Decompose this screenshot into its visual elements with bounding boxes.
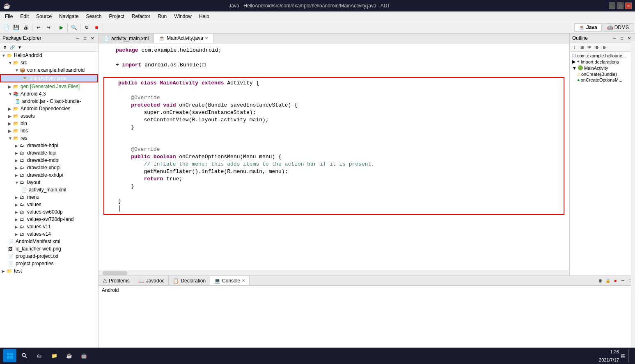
menu-source[interactable]: Source <box>33 13 55 20</box>
tree-item-drawable-ldpi[interactable]: ▶ 🗂 drawable-ldpi <box>0 149 98 157</box>
outline-item-package[interactable]: ⬡ com.example.helloanc... <box>571 52 634 59</box>
menu-project[interactable]: Project <box>105 13 127 20</box>
menu-refactor[interactable]: Refactor <box>128 13 154 20</box>
tree-item-bin[interactable]: ▶ 📂 bin <box>0 120 98 127</box>
maximize-panel-button[interactable]: □ <box>82 35 88 41</box>
tree-item-drawable-hdpi[interactable]: ▶ 🗂 drawable-hdpi <box>0 142 98 149</box>
txt-icon: 📄 <box>8 254 15 259</box>
refresh-button[interactable]: ↻ <box>82 23 91 32</box>
tree-item-drawable-mdpi[interactable]: ▶ 🗂 drawable-mdpi <box>0 157 98 164</box>
code-editor[interactable]: package com.example.helloandroid; + impo… <box>99 43 569 270</box>
outline-item-oncreate[interactable]: △ onCreate(Bundle) <box>571 71 634 77</box>
tree-item-values-sw600dp[interactable]: ▶ 🗂 values-sw600dp <box>0 208 98 216</box>
tree-item-menu[interactable]: ▶ 🗂 menu <box>0 193 98 201</box>
tree-item-helloandroid[interactable]: ▼ 📁 HelloAndroid <box>0 52 98 59</box>
tree-item-values-sw720dp-land[interactable]: ▶ 🗂 values-sw720dp-land <box>0 216 98 223</box>
console-scroll-lock-btn[interactable]: 🔒 <box>605 278 611 284</box>
console-terminate-btn[interactable]: ■ <box>612 278 619 284</box>
outline-item-imports[interactable]: ▶ ✦ import declarations <box>571 59 634 65</box>
tree-item-values-v14[interactable]: ▶ 🗂 values-v14 <box>0 230 98 238</box>
menu-run[interactable]: Run <box>154 13 170 20</box>
code-line-11: } <box>106 124 562 131</box>
menu-help[interactable]: Help <box>196 13 213 20</box>
outline-close[interactable]: ✕ <box>626 35 633 41</box>
new-button[interactable]: 📄 <box>2 23 11 32</box>
tree-item-dependencies[interactable]: ▶ 📂 Android Dependencies <box>0 105 98 112</box>
outline-sort-btn[interactable]: ↕ <box>571 44 578 50</box>
horizontal-scrollbar[interactable] <box>99 270 569 275</box>
tree-item-mainactivity[interactable]: ☕ MainActivity.java <box>0 74 98 83</box>
undo-button[interactable]: ↩ <box>34 23 43 32</box>
stop-button[interactable]: ■ <box>92 23 101 32</box>
outline-scrollbar[interactable] <box>631 41 635 275</box>
close-console-icon[interactable]: ✕ <box>242 278 245 283</box>
deps-icon: 📂 <box>13 106 20 111</box>
taskbar-adt-icon[interactable]: ☕ <box>62 349 76 362</box>
search-button[interactable]: 🔍 <box>69 23 78 32</box>
menu-window[interactable]: Window <box>171 13 195 20</box>
tab-mainactivity-java[interactable]: ☕ MainActivity.java ✕ <box>154 34 213 43</box>
tree-item-androidjar[interactable]: 🫙 android.jar - C:\adt-bundle- <box>0 98 98 105</box>
tree-item-res[interactable]: ▼ 📂 res <box>0 134 98 142</box>
java-perspective-tab[interactable]: ☕ Java <box>574 23 602 32</box>
print-button[interactable]: 🖨 <box>21 23 30 32</box>
tab-javadoc[interactable]: 📖 Javadoc <box>134 276 169 285</box>
start-button[interactable] <box>3 349 16 362</box>
tree-item-activity-main-xml[interactable]: 📄 activity_main.xml <box>0 186 98 193</box>
tree-item-drawable-xhdpi[interactable]: ▶ 🗂 drawable-xhdpi <box>0 164 98 171</box>
minimize-button[interactable]: ─ <box>609 2 615 9</box>
console-minimize-btn[interactable]: ─ <box>619 278 626 284</box>
tab-console[interactable]: 💻 Console ✕ <box>210 276 250 285</box>
run-debug-button[interactable]: ▶ <box>57 23 66 32</box>
menu-search[interactable]: Search <box>83 13 105 20</box>
tree-item-gen[interactable]: ▶ 📂 gen [Generated Java Files] <box>0 83 98 90</box>
code-scroll-area[interactable]: package com.example.helloandroid; + impo… <box>99 43 569 270</box>
close-button[interactable]: ✕ <box>625 2 632 9</box>
tab-declaration[interactable]: 📋 Declaration <box>169 276 210 285</box>
menu-navigate[interactable]: Navigate <box>56 13 82 20</box>
outline-maximize[interactable]: □ <box>619 35 625 41</box>
outline-collapse-btn[interactable]: ⊖ <box>601 44 607 50</box>
tree-item-android43[interactable]: ▼ 📚 Android 4.3 <box>0 90 98 98</box>
tree-item-test[interactable]: ▶ 📁 test <box>0 267 98 275</box>
collapse-all-button[interactable]: ⬆ <box>2 44 8 50</box>
save-button[interactable]: 💾 <box>11 23 21 32</box>
title-bar-title: Java - HelloAndroid/src/com/example/hell… <box>10 3 609 9</box>
tree-item-androidmanifest[interactable]: 📄 AndroidManifest.xml <box>0 238 98 245</box>
taskbar-search-icon[interactable] <box>18 349 31 362</box>
close-panel-button[interactable]: ✕ <box>89 35 96 41</box>
tree-item-layout[interactable]: ▼ 🗂 layout <box>0 179 98 186</box>
outline-filter-btn[interactable]: ⊞ <box>579 44 585 50</box>
link-with-editor-button[interactable]: 🔗 <box>9 44 16 50</box>
maximize-button[interactable]: □ <box>617 2 624 9</box>
tree-item-project-properties[interactable]: 📄 project.properties <box>0 260 98 267</box>
tree-item-drawable-xxhdpi[interactable]: ▶ 🗂 drawable-xxhdpi <box>0 171 98 179</box>
tree-item-values-v11[interactable]: ▶ 🗂 values-v11 <box>0 223 98 230</box>
outline-minimize[interactable]: ─ <box>611 35 618 41</box>
taskbar-folder-icon[interactable]: 📁 <box>48 349 61 362</box>
tree-item-assets[interactable]: ▶ 📂 assets <box>0 112 98 120</box>
taskbar-android-icon[interactable]: 🤖 <box>77 349 90 362</box>
outline-expand-btn[interactable]: ⊕ <box>594 44 600 50</box>
tree-item-proguard[interactable]: 📄 proguard-project.txt <box>0 253 98 260</box>
redo-button[interactable]: ↪ <box>44 23 53 32</box>
menu-edit[interactable]: Edit <box>17 13 32 20</box>
taskbar-files-icon[interactable]: 🗂 <box>33 349 46 362</box>
ddms-perspective-tab[interactable]: 🤖 DDMS <box>603 23 633 32</box>
console-clear-btn[interactable]: 🗑 <box>597 278 604 284</box>
tree-item-package[interactable]: ▼ 📦 com.example.helloandroid <box>0 66 98 74</box>
minimize-panel-button[interactable]: ─ <box>74 35 81 41</box>
view-menu-button[interactable]: ▼ <box>16 44 23 50</box>
tree-item-libs[interactable]: ▶ 📂 libs <box>0 127 98 134</box>
outline-item-oncreatemenu[interactable]: ● onCreateOptionsM... <box>571 77 634 83</box>
outline-hide-btn[interactable]: 👁 <box>586 44 593 50</box>
tree-item-src[interactable]: ▼ 📂 src <box>0 59 98 66</box>
outline-item-class[interactable]: ▼ 🟢 MainActivity <box>571 65 634 71</box>
show-desktop-button[interactable] <box>628 349 632 362</box>
tree-item-ic-launcher[interactable]: 🖼 ic_launcher-web.png <box>0 245 98 253</box>
menu-file[interactable]: File <box>2 13 16 20</box>
tab-activity-main-xml[interactable]: 📄 activity_main.xml <box>99 34 154 43</box>
close-tab-icon[interactable]: ✕ <box>205 36 208 41</box>
tab-problems[interactable]: ⚠ Problems <box>99 276 134 285</box>
tree-item-values[interactable]: ▶ 🗂 values <box>0 201 98 208</box>
